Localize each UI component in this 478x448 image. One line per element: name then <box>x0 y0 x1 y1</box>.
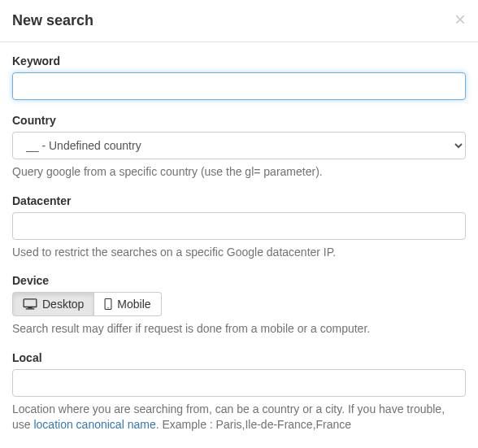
svg-point-4 <box>108 307 109 308</box>
modal-title: New search <box>12 12 466 29</box>
device-label: Device <box>12 274 466 287</box>
datacenter-group: Datacenter Used to restrict the searches… <box>12 194 466 261</box>
svg-rect-0 <box>24 299 37 307</box>
close-button[interactable]: × <box>454 10 466 29</box>
device-mobile-button[interactable]: Mobile <box>94 292 161 316</box>
keyword-group: Keyword <box>12 54 466 100</box>
keyword-input[interactable] <box>12 72 466 100</box>
keyword-label: Keyword <box>12 54 466 67</box>
device-mobile-label: Mobile <box>117 298 150 311</box>
modal-header: New search × <box>0 0 478 42</box>
desktop-icon <box>23 298 37 310</box>
device-desktop-button[interactable]: Desktop <box>12 292 94 316</box>
local-help-suffix: . Example : Paris,Ile-de-France,France <box>156 418 351 431</box>
datacenter-label: Datacenter <box>12 194 466 207</box>
datacenter-help-text: Used to restrict the searches on a speci… <box>12 245 466 261</box>
local-group: Local Location where you are searching f… <box>12 351 466 433</box>
country-group: Country __ - Undefined country Query goo… <box>12 114 466 181</box>
country-help-text: Query google from a specific country (us… <box>12 164 466 181</box>
svg-rect-1 <box>28 307 32 309</box>
datacenter-input[interactable] <box>12 212 466 240</box>
device-help-text: Search result may differ if request is d… <box>12 321 466 337</box>
svg-rect-2 <box>26 308 35 309</box>
mobile-icon <box>104 298 112 310</box>
local-label: Local <box>12 351 466 364</box>
country-select[interactable]: __ - Undefined country <box>12 132 466 159</box>
device-button-group: Desktop Mobile <box>12 292 162 316</box>
close-icon: × <box>454 8 466 30</box>
device-desktop-label: Desktop <box>42 298 84 311</box>
local-help-link[interactable]: location canonical name <box>33 418 155 431</box>
local-help-text: Location where you are searching from, c… <box>12 402 466 433</box>
country-label: Country <box>12 114 466 127</box>
device-group: Device Desktop Mobile Search result may … <box>12 274 466 337</box>
local-input[interactable] <box>12 369 466 397</box>
modal-body: Keyword Country __ - Undefined country Q… <box>0 42 478 446</box>
